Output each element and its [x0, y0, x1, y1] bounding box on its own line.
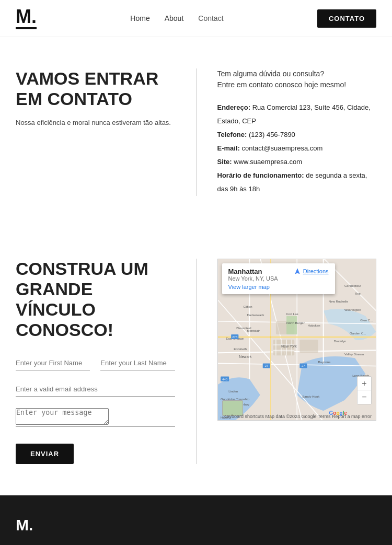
svg-text:Linden: Linden: [228, 390, 238, 393]
svg-text:Garden C...: Garden C...: [350, 332, 366, 335]
section-contact-info: VAMOS ENTRAR EM CONTATO Nossa eficiência…: [0, 37, 392, 227]
popup-name: Manhattan: [228, 268, 278, 275]
svg-text:Rye: Rye: [355, 292, 361, 295]
svg-text:278: 278: [232, 335, 238, 339]
popup-directions-link[interactable]: Directions: [303, 268, 329, 274]
section1-subtext: Nossa eficiência e moral nunca estiveram…: [16, 119, 175, 126]
svg-text:North Bergen: North Bergen: [286, 321, 305, 324]
nav-home[interactable]: Home: [130, 14, 149, 22]
submit-button[interactable]: ENVIAR: [16, 444, 74, 464]
last-name-input[interactable]: [100, 356, 175, 370]
email-value: contact@suaempresa.com: [241, 144, 322, 152]
address-label: Endereço:: [217, 103, 251, 111]
svg-text:Sandy Hook: Sandy Hook: [302, 395, 320, 398]
site-label: Site:: [217, 158, 232, 166]
footer-logo: M.: [16, 516, 376, 534]
nav-about[interactable]: About: [165, 14, 184, 22]
svg-text:Bloomfield: Bloomfield: [236, 327, 251, 330]
message-field-container: [16, 408, 175, 427]
svg-text:Elizabeth: Elizabeth: [234, 347, 247, 351]
svg-text:Clifton: Clifton: [243, 306, 252, 309]
navbar: M. Home About Contact CONTATO: [0, 0, 392, 37]
popup-sub: New York, NY, USA: [228, 275, 278, 282]
zoom-out-button[interactable]: −: [358, 390, 371, 404]
email-field-container: [16, 382, 175, 397]
map-footer-text: Keyboard shortcuts Map data ©2024 Google…: [223, 414, 372, 419]
phone-label: Telefone:: [217, 131, 247, 138]
svg-text:New York: New York: [281, 344, 297, 348]
svg-text:Bayonne: Bayonne: [318, 361, 331, 364]
form-name-row: [16, 356, 175, 370]
svg-text:Fort Lee: Fort Lee: [286, 312, 298, 316]
site-value: www.suaempresa.com: [234, 158, 302, 166]
logo: M.: [16, 7, 37, 29]
phone-value: (123) 456-7890: [249, 131, 295, 138]
last-name-field: [100, 356, 175, 370]
svg-rect-15: [299, 340, 318, 353]
svg-text:New Rochelle: New Rochelle: [328, 300, 348, 303]
section1-left: VAMOS ENTRAR EM CONTATO Nossa eficiência…: [16, 68, 197, 196]
nav-contact[interactable]: Contact: [198, 14, 223, 22]
email-input[interactable]: [16, 382, 175, 397]
nav-links: Home About Contact: [130, 14, 223, 22]
svg-text:27: 27: [264, 364, 268, 367]
svg-text:Brooklyn: Brooklyn: [333, 340, 346, 343]
email-label: E-mail:: [217, 144, 240, 152]
zoom-in-button[interactable]: +: [358, 377, 371, 390]
first-name-field: [16, 356, 90, 370]
section1-intro: Tem alguma dúvida ou consulta? Entre em …: [217, 68, 377, 90]
section2-left: CONSTRUA UM GRANDE VÍNCULO CONOSCO! ENVI…: [16, 259, 197, 464]
popup-view-larger[interactable]: View larger map: [228, 284, 329, 290]
section1-heading: VAMOS ENTRAR EM CONTATO: [16, 68, 175, 109]
svg-text:Connecticut: Connecticut: [344, 284, 361, 287]
svg-text:27: 27: [301, 364, 305, 367]
svg-text:Hoboken: Hoboken: [307, 324, 320, 327]
svg-text:Valley Stream: Valley Stream: [344, 353, 364, 356]
svg-text:440: 440: [222, 378, 228, 381]
first-name-input[interactable]: [16, 356, 90, 370]
section-form-map: CONSTRUA UM GRANDE VÍNCULO CONOSCO! ENVI…: [0, 227, 392, 495]
map-container: New York Newark Elizabeth Hoboken East O…: [217, 259, 377, 421]
directions-icon: [294, 268, 301, 275]
contact-info: Endereço: Rua Comercial 123, Suíte 456, …: [217, 101, 377, 196]
section2-heading: CONSTRUA UM GRANDE VÍNCULO CONOSCO!: [16, 259, 175, 340]
map-zoom-controls: + −: [357, 376, 372, 404]
section2-right: New York Newark Elizabeth Hoboken East O…: [197, 259, 377, 464]
hours-label: Horário de funcionamento:: [217, 171, 304, 179]
message-input[interactable]: [16, 408, 109, 425]
section1-right: Tem alguma dúvida ou consulta? Entre em …: [197, 68, 377, 196]
svg-text:Glen C...: Glen C...: [360, 319, 373, 322]
cta-button[interactable]: CONTATO: [317, 9, 376, 28]
map-popup: Manhattan New York, NY, USA Directions V…: [222, 263, 335, 294]
svg-rect-44: [286, 316, 297, 334]
svg-text:Hackensack: Hackensack: [247, 314, 264, 317]
svg-text:Washington: Washington: [344, 308, 361, 311]
svg-text:Newark: Newark: [239, 355, 251, 358]
footer: M. ENDEREÇO Rua Comercial 123, Suite 456…: [0, 495, 392, 545]
